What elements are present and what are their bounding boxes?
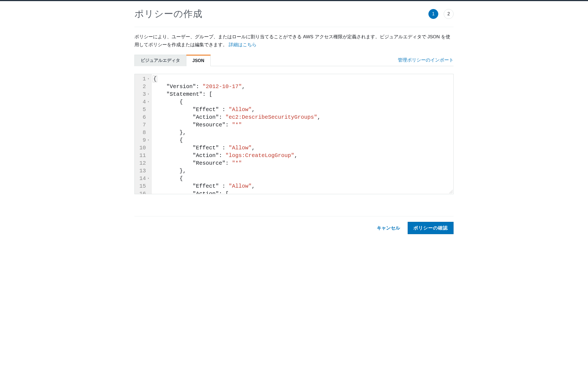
description-text: ポリシーにより、ユーザー、グループ、またはロールに割り当てることができる AWS… (134, 34, 450, 47)
gutter-line: 5 (136, 106, 149, 114)
gutter-line: 4▾ (136, 98, 149, 106)
gutter-line: 10 (136, 144, 149, 152)
learn-more-link[interactable]: 詳細はこちら (229, 42, 257, 47)
json-editor[interactable]: 1▾23▾4▾56789▾1011121314▾1516 { "Version"… (134, 74, 454, 194)
fold-toggle-icon[interactable]: ▾ (146, 98, 149, 106)
footer-actions: キャンセル ポリシーの確認 (134, 216, 454, 240)
resize-handle[interactable] (449, 190, 453, 193)
gutter-line: 12 (136, 159, 149, 167)
code-line[interactable]: "Statement": [ (153, 91, 452, 98)
code-line[interactable]: "Effect" : "Allow", (153, 144, 452, 152)
gutter-line: 6 (136, 114, 149, 121)
fold-toggle-icon[interactable]: ▾ (146, 136, 149, 144)
code-line[interactable]: "Action": "logs:CreateLogGroup", (153, 152, 452, 159)
step-1[interactable]: 1 (428, 9, 438, 19)
gutter-line: 14▾ (136, 175, 149, 182)
code-line[interactable]: { (153, 136, 452, 144)
editor-gutter: 1▾23▾4▾56789▾1011121314▾1516 (135, 74, 152, 194)
code-line[interactable]: }, (153, 129, 452, 136)
gutter-line: 11 (136, 152, 149, 159)
fold-toggle-icon[interactable]: ▾ (146, 91, 149, 98)
code-line[interactable]: "Action": "ec2:DescribeSecurityGroups", (153, 114, 452, 121)
review-policy-button[interactable]: ポリシーの確認 (408, 222, 454, 234)
code-line[interactable]: }, (153, 167, 452, 175)
tabs-row: ビジュアルエディタ JSON 管理ポリシーのインポート (134, 54, 454, 66)
page-header: ポリシーの作成 1 2 (134, 8, 454, 27)
gutter-line: 7 (136, 121, 149, 129)
import-managed-policy-link[interactable]: 管理ポリシーのインポート (398, 57, 454, 66)
gutter-line: 9▾ (136, 136, 149, 144)
code-line[interactable]: "Resource": "*" (153, 121, 452, 129)
gutter-line: 2 (136, 83, 149, 91)
tabs: ビジュアルエディタ JSON (134, 54, 211, 66)
wizard-steps: 1 2 (428, 9, 454, 19)
code-line[interactable]: { (153, 98, 452, 106)
tab-visual-editor[interactable]: ビジュアルエディタ (134, 55, 186, 66)
gutter-line: 15 (136, 182, 149, 190)
editor-code[interactable]: { "Version": "2012-10-17", "Statement": … (152, 74, 453, 194)
code-line[interactable]: "Effect" : "Allow", (153, 106, 452, 114)
gutter-line: 16 (136, 190, 149, 194)
code-line[interactable]: "Version": "2012-10-17", (153, 83, 452, 91)
code-line[interactable]: "Resource": "*" (153, 159, 452, 167)
step-2[interactable]: 2 (444, 9, 454, 19)
page-title: ポリシーの作成 (134, 8, 202, 20)
gutter-line: 3▾ (136, 91, 149, 98)
fold-toggle-icon[interactable]: ▾ (146, 75, 149, 83)
page-description: ポリシーにより、ユーザー、グループ、またはロールに割り当てることができる AWS… (134, 27, 454, 54)
code-line[interactable]: { (153, 175, 452, 182)
gutter-line: 8 (136, 129, 149, 136)
tab-json[interactable]: JSON (186, 55, 211, 66)
code-line[interactable]: "Action": [ (153, 190, 452, 194)
gutter-line: 1▾ (136, 75, 149, 83)
code-line[interactable]: "Effect" : "Allow", (153, 182, 452, 190)
code-line[interactable]: { (153, 75, 452, 83)
cancel-button[interactable]: キャンセル (377, 225, 400, 231)
gutter-line: 13 (136, 167, 149, 175)
fold-toggle-icon[interactable]: ▾ (146, 175, 149, 182)
